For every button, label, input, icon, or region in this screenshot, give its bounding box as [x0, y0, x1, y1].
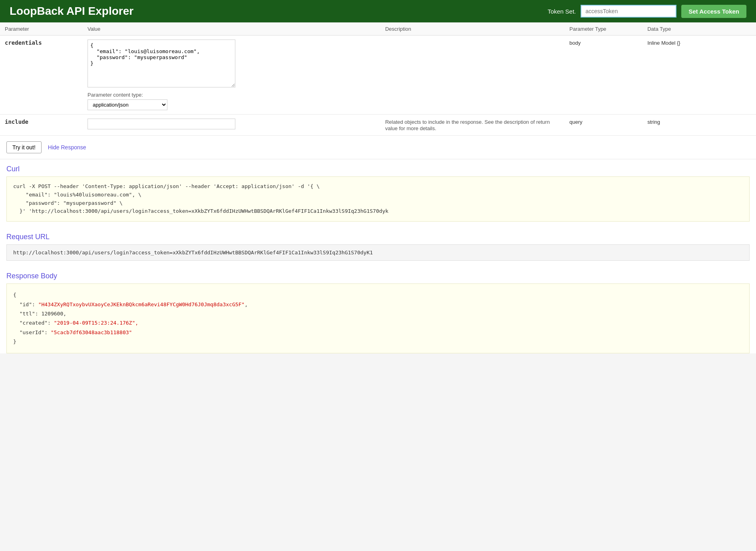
set-token-button[interactable]: Set Access Token: [681, 5, 746, 18]
table-row: include Related objects to include in th…: [0, 115, 756, 136]
json-comma-1: ,: [245, 301, 248, 307]
include-input[interactable]: [88, 119, 235, 129]
json-userid-value: "5cacb7df63048aac3b118803": [51, 329, 132, 335]
curl-code-block: curl -X POST --header 'Content-Type: app…: [6, 176, 750, 222]
request-url-block: http://localhost:3000/api/users/login?ac…: [6, 244, 750, 261]
response-body-block: { "id": "H434ZXyRQTxoybvUXaoyCeJKEknBQkc…: [6, 283, 750, 353]
credentials-textarea[interactable]: { "email": "louis@luisomoreau.com", "pas…: [88, 40, 235, 87]
json-ttl-value: 1209600,: [41, 311, 66, 317]
col-header-param-type: Parameter Type: [565, 23, 643, 36]
parameters-table: Parameter Value Description Parameter Ty…: [0, 22, 756, 136]
json-open-brace: {: [13, 292, 16, 298]
table-row: credentials { "email": "louis@luisomorea…: [0, 36, 756, 115]
json-colon-1: :: [32, 301, 38, 307]
app-title: LoopBack API Explorer: [10, 5, 133, 18]
json-colon-2: :: [35, 311, 42, 317]
curl-section-header: Curl: [0, 159, 756, 176]
main-content: Parameter Value Description Parameter Ty…: [0, 22, 756, 353]
param-name-credentials: credentials: [5, 40, 42, 46]
json-created-key: "created": [20, 320, 48, 326]
json-colon-4: :: [44, 329, 51, 335]
param-name-include: include: [5, 119, 28, 125]
credentials-textarea-wrapper: { "email": "louis@luisomoreau.com", "pas…: [88, 40, 376, 89]
col-header-parameter: Parameter: [0, 23, 83, 36]
table-header-row: Parameter Value Description Parameter Ty…: [0, 23, 756, 36]
access-token-input[interactable]: [581, 5, 676, 18]
json-id-key: "id": [20, 301, 32, 307]
include-description: Related objects to include in the respon…: [385, 119, 550, 131]
credentials-data-type: Inline Model {}: [647, 40, 680, 46]
include-data-type: string: [647, 119, 660, 125]
col-header-value: Value: [83, 23, 380, 36]
response-body-section-header: Response Body: [0, 266, 756, 283]
json-ttl-key: "ttl": [20, 311, 35, 317]
include-param-type: query: [569, 119, 583, 125]
json-created-value: "2019-04-09T15:23:24.176Z",: [54, 320, 138, 326]
actions-row: Try it out! Hide Response: [0, 136, 756, 159]
app-header: LoopBack API Explorer Token Set. Set Acc…: [0, 0, 756, 22]
json-id-value: "H434ZXyRQTxoybvUXaoyCeJKEknBQkcm6aRevi4…: [38, 301, 245, 307]
json-userid-key: "userId": [20, 329, 45, 335]
col-header-description: Description: [380, 23, 565, 36]
col-header-data-type: Data Type: [643, 23, 756, 36]
json-colon-3: :: [48, 320, 54, 326]
include-input-wrapper: [88, 119, 376, 129]
credentials-value-cell: { "email": "louis@luisomoreau.com", "pas…: [83, 36, 380, 115]
try-it-out-button[interactable]: Try it out!: [6, 141, 42, 153]
content-type-label: Parameter content type:: [88, 92, 376, 98]
content-type-select[interactable]: application/json: [88, 99, 167, 110]
credentials-param-type: body: [569, 40, 581, 46]
request-url-section-header: Request URL: [0, 227, 756, 244]
token-label: Token Set.: [547, 8, 576, 15]
json-close-brace: }: [13, 339, 16, 345]
header-controls: Token Set. Set Access Token: [547, 5, 746, 18]
include-value-cell: [83, 115, 380, 136]
hide-response-link[interactable]: Hide Response: [48, 144, 86, 151]
